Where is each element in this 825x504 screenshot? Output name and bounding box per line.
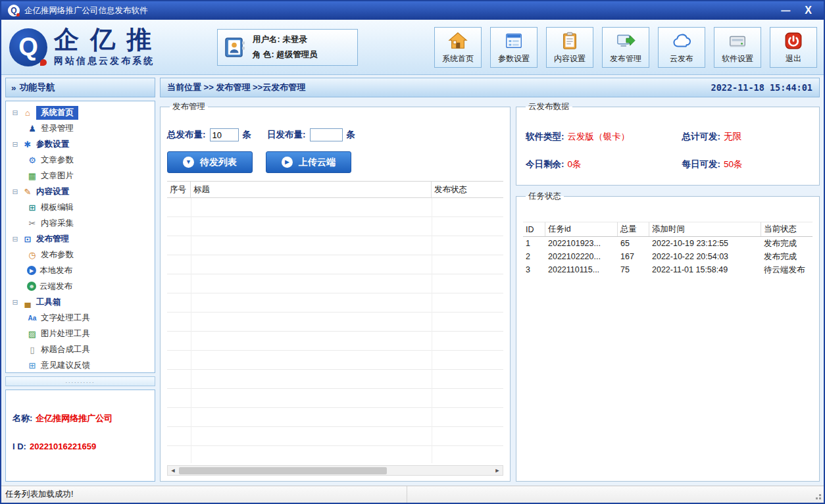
status-section [407, 486, 824, 503]
tree-expand-icon[interactable]: ⊟ [11, 298, 19, 307]
sidebar-item-article-params[interactable]: ⊟ ⚙ 文章参数 [7, 152, 153, 168]
publish-panel-title: 发布管理 [170, 101, 208, 113]
toolbar-label: 云发布 [670, 53, 693, 64]
task-table: ID 任务id 总量 添加时间 当前状态 [523, 222, 813, 276]
current-datetime: 2022-11-18 15:44:01 [711, 82, 813, 93]
title-tool-icon: ▯ [27, 344, 38, 355]
sidebar-item-text-tool[interactable]: ⊟ Aa 文字处理工具 [7, 310, 153, 326]
article-image-icon: ▦ [27, 170, 38, 181]
publish-table-body [167, 198, 503, 463]
sidebar-item-publish-params[interactable]: ⊟ ◷ 发布参数 [7, 247, 153, 263]
text-tool-icon: Aa [27, 313, 38, 323]
toolbar-label: 内容设置 [554, 53, 586, 64]
tree-item-label: 参数设置 [36, 139, 69, 150]
sidebar-item-article-image[interactable]: ⊟ ▦ 文章图片 [7, 168, 153, 184]
sidebar-item-home[interactable]: ⊟ ⌂ 系统首页 [7, 105, 153, 120]
publish-form: 总发布量: 条 日发布量: 条 [167, 128, 503, 141]
minimize-button[interactable]: — [781, 6, 790, 15]
task-column-header: 当前状态 [761, 222, 813, 236]
publish-panel: 发布管理 总发布量: 条 日发布量: 条 ▼ 待发列表 [160, 101, 511, 482]
task-column-header: ID [523, 222, 545, 236]
sidebar-item-feedback[interactable]: ⊟ ⊞ 意见建议反馈 [7, 357, 153, 373]
right-column: 云发布数据 软件类型:云发版（银卡） 总计可发:无限 [516, 101, 820, 482]
sidebar-item-image-tool[interactable]: ⊟ ▨ 图片处理工具 [7, 326, 153, 341]
task-row[interactable]: 1 2022101923... 65 2022-10-19 23:12:55 发… [523, 237, 813, 250]
app-header: Q 企 亿 推 网站信息云发布系统 用户名: 未登录 角 色: 超级管理员 系统… [1, 20, 824, 75]
cloud-data-field: 每日可发:50条 [682, 159, 810, 170]
params-icon [504, 30, 524, 51]
horizontal-scrollbar[interactable]: ◄ ► [167, 465, 503, 476]
toolbar-button-cloud[interactable]: 云发布 [658, 27, 705, 68]
cloud-field-value: 50条 [724, 159, 743, 169]
close-button[interactable]: X [805, 5, 812, 16]
toolbar-label: 软件设置 [722, 53, 753, 64]
upload-cloud-label: 上传云端 [299, 157, 336, 168]
pending-list-label: 待发列表 [200, 157, 237, 168]
pending-list-button[interactable]: ▼ 待发列表 [167, 151, 253, 173]
scroll-left-icon[interactable]: ◄ [168, 468, 178, 474]
cloud-data-panel: 云发布数据 软件类型:云发版（银卡） 总计可发:无限 [516, 101, 820, 186]
tree-expand-icon[interactable]: ⊟ [11, 109, 19, 117]
username-line: 用户名: 未登录 [253, 32, 318, 47]
daily-publish-input[interactable] [310, 128, 343, 141]
sidebar-item-template[interactable]: ⊟ ⊞ 模板编辑 [7, 199, 153, 215]
sidebar-header: » 功能导航 [5, 78, 155, 97]
sidebar-item-title-tool[interactable]: ⊟ ▯ 标题合成工具 [7, 341, 153, 357]
task-row[interactable]: 3 2022110115... 75 2022-11-01 15:58:49 待… [523, 263, 813, 276]
toolbar-button-publish[interactable]: 发布管理 [602, 27, 649, 68]
task-current-status: 发布完成 [761, 238, 813, 249]
task-row[interactable]: 2 2022102220... 167 2022-10-22 20:54:03 … [523, 250, 813, 263]
sidebar-item-publish[interactable]: ⊟ ⊡ 发布管理 [7, 231, 153, 247]
sidebar-item-cloud-publish[interactable]: ⊟ ⊕ 云端发布 [7, 278, 153, 294]
license-id-value: 20221016221659 [30, 441, 96, 451]
params-icon: ✱ [22, 139, 33, 149]
sidebar-item-toolbox[interactable]: ⊟ ▄ 工具箱 [7, 294, 153, 310]
breadcrumb: 当前位置 >> 发布管理 >>云发布管理 [167, 82, 305, 93]
tree-item-label: 文章参数 [41, 155, 74, 166]
tree-item-label: 本地发布 [39, 265, 72, 276]
toolbar-button-params[interactable]: 参数设置 [490, 27, 538, 68]
task-status-panel: 任务状态 ID 任务id 总量 添 [516, 191, 820, 482]
article-params-icon: ⚙ [27, 155, 38, 165]
main-area: 当前位置 >> 发布管理 >>云发布管理 2022-11-18 15:44:01… [160, 78, 820, 482]
nav-marker-icon: » [11, 83, 16, 93]
tree-expand-icon[interactable]: ⊟ [11, 235, 19, 243]
total-publish-input[interactable] [210, 128, 239, 141]
cloud-data-title: 云发布数据 [526, 101, 572, 113]
cloud-icon [672, 30, 691, 51]
brand-name: 企 亿 推 [54, 27, 155, 52]
sidebar: » 功能导航 ⊟ ⌂ 系统首页 ⊟ ♟ 登录管理 [5, 78, 155, 482]
tree-expand-icon[interactable]: ⊟ [11, 140, 19, 149]
cloud-data-field: 今日剩余:0条 [526, 159, 682, 170]
tree-expand-icon[interactable]: ⊟ [11, 188, 19, 196]
sidebar-item-local-publish[interactable]: ⊟ ▶ 本地发布 [7, 263, 153, 278]
sidebar-item-params[interactable]: ⊟ ✱ 参数设置 [7, 136, 153, 152]
exit-icon [784, 30, 803, 51]
tree-item-label: 标题合成工具 [41, 344, 90, 355]
task-id: 3 [523, 265, 545, 274]
toolbar-button-home[interactable]: 系统首页 [434, 27, 482, 68]
cloud-field-label: 总计可发: [682, 132, 721, 141]
sidebar-splitter[interactable]: .......... [5, 376, 155, 386]
sidebar-item-content[interactable]: ⊟ ✎ 内容设置 [7, 184, 153, 199]
tree-item-label: 内容采集 [41, 218, 74, 229]
tree-item-label: 意见建议反馈 [41, 360, 90, 371]
sidebar-item-login[interactable]: ⊟ ♟ 登录管理 [7, 120, 153, 136]
content-icon [560, 30, 580, 51]
toolbar-button-content[interactable]: 内容设置 [546, 27, 593, 68]
tree-item-label: 发布参数 [41, 249, 74, 261]
daily-unit: 条 [347, 129, 356, 141]
image-tool-icon: ▨ [27, 328, 38, 339]
sidebar-item-collect[interactable]: ⊟ ✂ 内容采集 [7, 215, 153, 231]
toolbox-icon: ▄ [22, 297, 33, 307]
task-column-header: 总量 [618, 222, 649, 236]
upload-cloud-button[interactable]: ▶ 上传云端 [266, 151, 351, 173]
toolbar-button-exit[interactable]: 退出 [770, 27, 817, 68]
scroll-right-icon[interactable]: ► [492, 468, 503, 474]
toolbar-button-software[interactable]: 软件设置 [714, 27, 761, 68]
toolbar-label: 系统首页 [442, 53, 474, 64]
content-area: » 功能导航 ⊟ ⌂ 系统首页 ⊟ ♟ 登录管理 [1, 75, 824, 486]
resize-grip-icon[interactable] [819, 497, 821, 499]
app-window: Q 企亿推网络推广公司信息发布软件 — X Q 企 亿 推 网站信息云发布系统 … [0, 0, 825, 504]
scrollbar-thumb[interactable] [179, 467, 387, 474]
